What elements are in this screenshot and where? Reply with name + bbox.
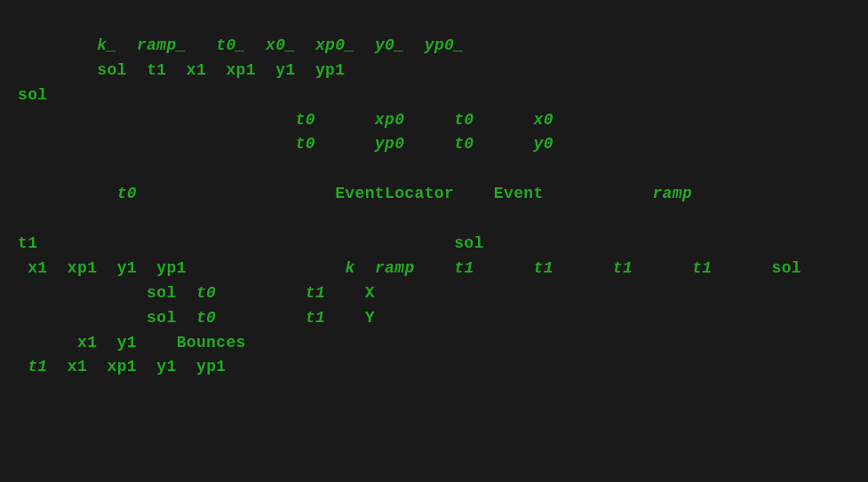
line-9: sol t0 t1 X (18, 284, 375, 302)
line-2: sol t1 x1 xp1 y1 yp1 (18, 61, 345, 79)
line-10: sol t0 t1 Y (18, 309, 375, 327)
line-8: x1 xp1 y1 yp1 k ramp t1 t1 t1 t1 sol (18, 259, 801, 277)
code-display: k_ ramp_ t0_ x0_ xp0_ y0_ yp0_ sol t1 x1… (18, 9, 850, 380)
line-7: t1 sol (18, 234, 484, 252)
line-12: t1 x1 xp1 y1 yp1 (18, 358, 226, 375)
line-11: x1 y1 Bounces (18, 334, 246, 352)
line-4: t0 xp0 t0 x0 (18, 111, 553, 129)
line-6: t0 EventLocator Event ramp (18, 185, 692, 202)
line-1: k_ ramp_ t0_ x0_ xp0_ y0_ yp0_ (18, 36, 464, 54)
line-3: sol (18, 86, 48, 104)
line-5: t0 yp0 t0 y0 (18, 135, 553, 153)
